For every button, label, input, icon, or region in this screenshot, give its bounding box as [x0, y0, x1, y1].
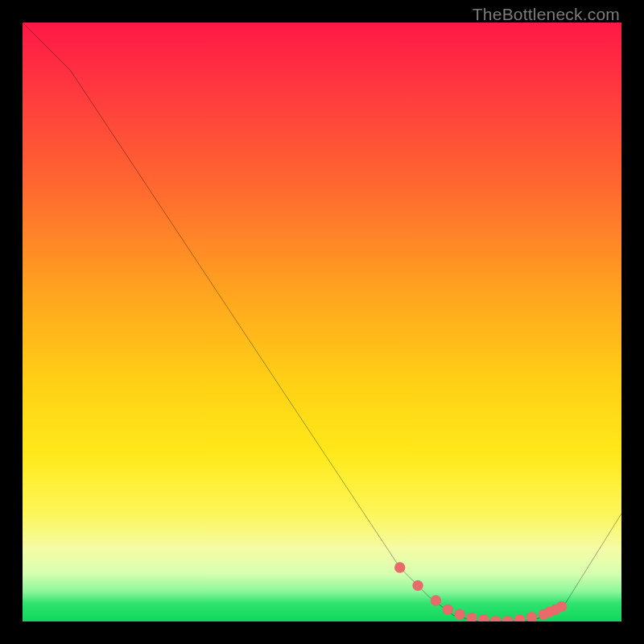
highlight-dot [556, 601, 567, 612]
highlight-dot [394, 562, 405, 572]
highlight-dot [466, 613, 477, 621]
highlight-dot [443, 604, 453, 614]
optimal-range-dots [394, 562, 567, 621]
highlight-dot [431, 595, 441, 605]
highlight-dot [412, 580, 423, 591]
highlight-dot [526, 612, 537, 621]
highlight-dot [502, 616, 513, 621]
highlight-dot [514, 614, 525, 621]
bottleneck-curve-line [23, 23, 621, 621]
curve-layer [23, 23, 621, 621]
highlight-dot [478, 614, 489, 621]
attribution-text: TheBottleneck.com [473, 5, 620, 24]
highlight-dot [454, 609, 464, 619]
bottleneck-plot [23, 23, 621, 621]
chart-stage: TheBottleneck.com [0, 0, 644, 644]
highlight-dot [490, 616, 501, 621]
